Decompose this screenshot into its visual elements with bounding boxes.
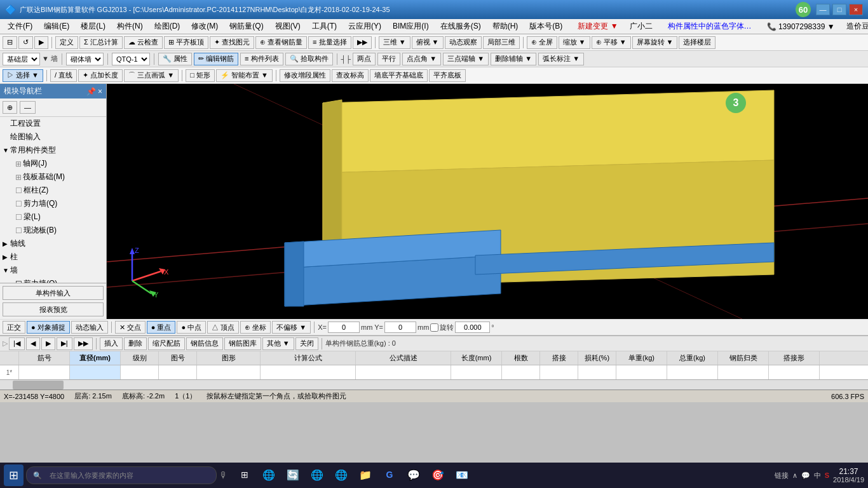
viewport[interactable]: 3 Z X Y	[107, 84, 868, 319]
menu-online[interactable]: 在线服务(S)	[435, 20, 486, 33]
code-select[interactable]: QTQ-1	[112, 53, 150, 65]
snap-center[interactable]: ● 中点	[177, 321, 206, 334]
tree-project-settings[interactable]: 工程设置	[0, 117, 106, 130]
tb-fullscreen[interactable]: ⊕ 全屏	[527, 36, 557, 49]
minimize-button[interactable]: —	[816, 4, 830, 15]
tree-shear-wall-q[interactable]: ☐ 剪力墙(Q)	[5, 197, 106, 210]
menu-component[interactable]: 构件(N)	[112, 20, 148, 33]
row-overlap-type[interactable]	[769, 365, 820, 379]
snap-dynamic[interactable]: 动态输入	[71, 321, 108, 334]
tb-dynamic-obs[interactable]: 动态观察	[445, 36, 482, 49]
rebar-nav-last[interactable]: ▶|	[57, 337, 72, 350]
tb-top-view[interactable]: 俯视 ▼	[412, 36, 444, 49]
row-total-weight[interactable]	[667, 365, 718, 379]
tb-three-point-axis[interactable]: 三点端轴 ▼	[443, 53, 489, 65]
tb-more[interactable]: ▶▶	[353, 36, 372, 49]
row-loss[interactable]	[578, 365, 616, 379]
tb-point-length[interactable]: ✦ 点加长度	[78, 69, 123, 82]
snap-intersection[interactable]: ✕ 交点	[115, 321, 146, 334]
menu-new-change[interactable]: 新建变更 ▼	[573, 20, 623, 33]
maximize-button[interactable]: □	[832, 4, 846, 15]
tb-point-angle[interactable]: 点点角 ▼	[402, 53, 441, 65]
tb-parallel[interactable]: 平行	[377, 53, 400, 65]
snap-vertex[interactable]: △ 顶点	[207, 321, 239, 334]
row-grade[interactable]	[121, 365, 159, 379]
menu-assistant[interactable]: 广小二	[625, 20, 658, 33]
menu-view[interactable]: 视图(V)	[270, 20, 306, 33]
x-input[interactable]	[328, 322, 360, 333]
tb-line[interactable]: / 直线	[50, 69, 77, 82]
taskbar-app-chat[interactable]: 💬	[402, 464, 425, 486]
tree-drawing-input[interactable]: 绘图输入	[0, 130, 106, 144]
taskbar-app-g[interactable]: G	[378, 464, 401, 486]
tb-rect[interactable]: □ 矩形	[186, 69, 215, 82]
sidebar-expand-btn[interactable]: —	[20, 101, 36, 114]
tb-modify-seg[interactable]: 修改增段属性	[280, 69, 330, 82]
menu-bim[interactable]: BIM应用(I)	[388, 20, 434, 33]
tb-cloud-check[interactable]: ☁ 云检查	[124, 36, 163, 49]
menu-cloud[interactable]: 云应用(Y)	[343, 20, 386, 33]
row-formula[interactable]	[261, 365, 356, 379]
taskbar-app-mail[interactable]: 📧	[451, 464, 473, 486]
snap-no-offset[interactable]: 不偏移 ▼	[272, 321, 311, 334]
material-select[interactable]: 砌体墙	[66, 53, 104, 65]
snap-coord[interactable]: ⊕ 坐标	[240, 321, 271, 334]
menu-help[interactable]: 帮助(H)	[487, 20, 524, 33]
snap-ortho[interactable]: 正交	[3, 321, 25, 334]
rebar-close[interactable]: 关闭	[295, 337, 318, 350]
rebar-delete[interactable]: 删除	[124, 337, 147, 350]
start-button[interactable]: ⊞	[4, 464, 24, 486]
tb-smart-layout[interactable]: ⚡ 智能布置 ▼	[216, 69, 273, 82]
menu-version[interactable]: 版本号(B)	[524, 20, 567, 33]
y-input[interactable]	[384, 322, 416, 333]
tb-select-floor[interactable]: 选择楼层	[679, 36, 715, 49]
menu-tools[interactable]: 工具(T)	[307, 20, 342, 33]
tb-undo[interactable]: ↺	[18, 36, 33, 49]
tb-component-list[interactable]: ≡ 构件列表	[240, 53, 283, 65]
window-controls[interactable]: — □ ×	[816, 4, 863, 15]
close-button[interactable]: ×	[849, 4, 863, 15]
menu-edit[interactable]: 编辑(E)	[39, 20, 74, 33]
tb-batch-select[interactable]: ≡ 批量选择	[308, 36, 351, 49]
tray-expand[interactable]: ∧	[792, 471, 797, 480]
tb-rotate-screen[interactable]: 屏幕旋转 ▼	[632, 36, 678, 49]
rotate-input[interactable]	[455, 322, 490, 333]
tb-select[interactable]: ▷ 选择 ▼	[3, 69, 43, 82]
rebar-library[interactable]: 钢筋图库	[224, 337, 261, 350]
menu-rebar[interactable]: 钢筋量(Q)	[224, 20, 268, 33]
tree-common-types[interactable]: ▼ 常用构件类型	[0, 144, 106, 157]
rebar-info[interactable]: 钢筋信息	[186, 337, 223, 350]
rebar-nav-first[interactable]: |◀	[9, 337, 25, 350]
menu-price[interactable]: 造价豆:0 🔔	[841, 20, 868, 33]
tb-find-elem[interactable]: ✦ 查找图元	[210, 36, 254, 49]
tb-align-base[interactable]: 墙底平齐基础底	[370, 69, 428, 82]
menu-file[interactable]: 文件(F)	[3, 20, 37, 33]
tree-wall[interactable]: ▼墙	[0, 264, 106, 277]
tree-shear-wall[interactable]: ☐ 剪力墙(Q)	[5, 277, 106, 283]
row-diameter[interactable]	[70, 365, 121, 379]
tree-frame-col[interactable]: ☐ 框柱(Z)	[5, 184, 106, 197]
layer-select[interactable]: 基础层	[3, 53, 40, 65]
rebar-others[interactable]: 其他 ▼	[262, 337, 294, 350]
tree-raft-found[interactable]: ⊞ 筏板基础(M)	[5, 170, 106, 184]
menu-draw[interactable]: 绘图(D)	[149, 20, 186, 33]
tb-view-rebar[interactable]: ⊕ 查看钢筋量	[255, 36, 307, 49]
row-count[interactable]	[502, 365, 540, 379]
tb-property[interactable]: 🔧 属性	[158, 53, 192, 65]
tb-delete-aux[interactable]: 删除辅轴 ▼	[491, 53, 536, 65]
menu-floor[interactable]: 楼层(L)	[76, 20, 111, 33]
rebar-scale-rebar[interactable]: 缩尺配筋	[148, 337, 185, 350]
tb-change-elevation[interactable]: 查改标高	[332, 69, 369, 82]
rotate-checkbox[interactable]	[430, 323, 438, 332]
tree-col[interactable]: ▶柱	[0, 250, 106, 264]
snap-object[interactable]: ● 对象捕捉	[27, 321, 70, 334]
row-overlap[interactable]	[540, 365, 578, 379]
tb-calc[interactable]: Σ 汇总计算	[79, 36, 123, 49]
menu-blue-text[interactable]: 构件属性中的蓝色字体…	[663, 20, 757, 33]
tree-beam-l[interactable]: ☐ 梁(L)	[5, 210, 106, 224]
h-scrollbar-thumb[interactable]	[13, 381, 64, 390]
taskbar-app-ie[interactable]: 🌐	[306, 464, 329, 486]
tb-align-top[interactable]: ⊞ 平齐板顶	[164, 36, 208, 49]
tb-edit-rebar[interactable]: ✏ 编辑钢筋	[194, 53, 238, 65]
sidebar-pin[interactable]: 📌 ×	[86, 87, 102, 96]
